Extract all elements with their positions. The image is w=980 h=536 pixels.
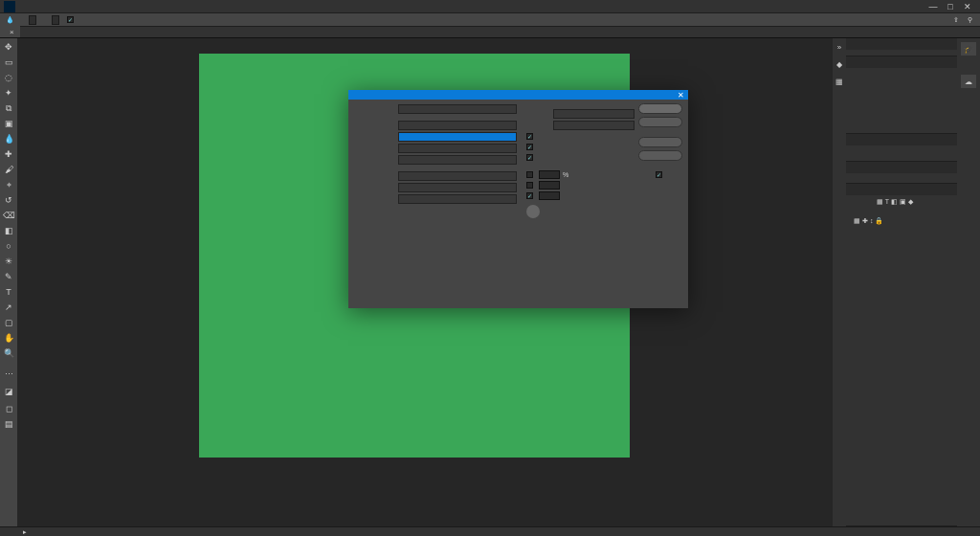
swatches-icon[interactable]: ▦ xyxy=(835,77,844,86)
document-tab-strip: × xyxy=(0,27,980,38)
settings-dropdown[interactable] xyxy=(398,104,517,114)
layers-panel: ▦ T ◧ ▣ ◆ ▦ ✚ ↕ 🔒 xyxy=(846,184,957,526)
blur-tool-icon[interactable]: ○ xyxy=(2,239,15,253)
marquee-tool-icon[interactable]: ▭ xyxy=(2,56,15,69)
right-icon-strip: » ◆ ▦ xyxy=(833,38,846,526)
gray-dropdown[interactable] xyxy=(398,144,517,153)
expand-icon[interactable]: » xyxy=(835,42,844,52)
ok-button[interactable] xyxy=(638,103,682,114)
rgb-dropdown[interactable] xyxy=(398,121,517,130)
dialog-buttons: ✓ xyxy=(638,103,682,179)
shape-tool-icon[interactable]: ▢ xyxy=(2,316,15,329)
sample-size-dropdown[interactable] xyxy=(29,15,36,25)
close-icon[interactable]: × xyxy=(10,28,14,36)
history-brush-icon[interactable]: ↺ xyxy=(2,193,15,207)
options-bar: 💧 ✓ ⇪ ⚲ xyxy=(0,13,980,27)
eyedropper-tool-icon[interactable]: 💧 xyxy=(2,132,15,145)
right-collapsed-panels: 🎓 ☁ xyxy=(957,38,980,526)
bpc-checkbox[interactable]: ✓ xyxy=(526,133,533,140)
load-button[interactable] xyxy=(638,137,682,147)
comp-checkbox[interactable]: ✓ xyxy=(526,154,533,161)
sample-dropdown[interactable] xyxy=(52,15,59,25)
brush-tool-icon[interactable]: 🖌 xyxy=(2,163,15,176)
close-icon[interactable]: ✕ xyxy=(678,91,684,100)
eraser-tool-icon[interactable]: ⌫ xyxy=(2,209,15,222)
lasso-tool-icon[interactable]: ◌ xyxy=(2,71,15,84)
wand-tool-icon[interactable]: ✦ xyxy=(2,86,15,100)
move-tool-icon[interactable]: ✥ xyxy=(2,40,15,54)
pen-tool-icon[interactable]: ✎ xyxy=(2,270,15,283)
show-ring-checkbox[interactable]: ✓ xyxy=(67,16,74,23)
menubar: — □ ✕ xyxy=(0,0,980,13)
search-icon[interactable]: ⚲ xyxy=(963,14,976,26)
heal-tool-icon[interactable]: ✚ xyxy=(2,147,15,161)
color-swatches-icon[interactable]: ◪ xyxy=(2,383,15,400)
dialog-titlebar[interactable]: ✕ xyxy=(348,90,688,100)
dodge-tool-icon[interactable]: ☀ xyxy=(2,255,15,268)
properties-panel xyxy=(846,56,957,134)
zoom-tool-icon[interactable]: 🔍 xyxy=(2,346,15,360)
blend-text-checkbox[interactable]: ✓ xyxy=(526,192,533,199)
color-icon[interactable]: ◆ xyxy=(835,59,844,69)
panels-column: ▦ T ◧ ▣ ◆ ▦ ✚ ↕ 🔒 xyxy=(846,38,957,526)
tools-panel: ✥ ▭ ◌ ✦ ⧉ ▣ 💧 ✚ 🖌 ⌖ ↺ ⌫ ◧ ○ ☀ ✎ T ↗ ▢ ✋ … xyxy=(0,38,17,526)
policy-gray-dropdown[interactable] xyxy=(398,194,517,204)
policy-rgb-dropdown[interactable] xyxy=(398,171,517,181)
preview-checkbox[interactable]: ✓ xyxy=(656,171,662,178)
dither-checkbox[interactable]: ✓ xyxy=(526,144,533,150)
type-tool-icon[interactable]: T xyxy=(2,285,15,299)
libraries-button[interactable]: ☁ xyxy=(961,75,976,88)
share-button[interactable]: ⇪ xyxy=(949,14,963,26)
window-controls: — □ ✕ xyxy=(924,1,976,12)
globe-icon xyxy=(526,205,540,218)
status-bar: ▸ xyxy=(0,526,980,536)
blend-rgb-input[interactable] xyxy=(539,181,560,190)
desat-checkbox[interactable] xyxy=(526,171,533,178)
frame-tool-icon[interactable]: ▣ xyxy=(2,117,15,130)
engine-dropdown[interactable] xyxy=(553,109,635,119)
app-logo xyxy=(4,1,15,12)
guides-panel xyxy=(846,162,957,184)
eyedropper-icon: 💧 xyxy=(4,14,15,26)
maximize-button[interactable]: □ xyxy=(942,1,959,12)
blend-text-input[interactable] xyxy=(539,191,560,200)
policy-cmyk-dropdown[interactable] xyxy=(398,183,517,192)
spot-dropdown[interactable] xyxy=(398,155,517,165)
save-button[interactable] xyxy=(638,150,682,161)
quickmask-icon[interactable]: ◻ xyxy=(2,402,15,415)
chevron-right-icon[interactable]: ▸ xyxy=(23,528,27,536)
gradients-panel-tabs xyxy=(846,38,957,50)
blend-rgb-checkbox[interactable] xyxy=(526,182,533,189)
rulers-panel xyxy=(846,134,957,162)
learn-button[interactable]: 🎓 xyxy=(961,42,976,56)
edit-toolbar-icon[interactable]: ⋯ xyxy=(2,368,15,381)
close-button[interactable]: ✕ xyxy=(959,1,976,12)
hand-tool-icon[interactable]: ✋ xyxy=(2,331,15,345)
cancel-button[interactable] xyxy=(638,117,682,127)
screenmode-icon[interactable]: ▤ xyxy=(2,417,15,431)
gradients-panel xyxy=(846,38,957,56)
intent-dropdown[interactable] xyxy=(553,121,635,130)
desat-input[interactable] xyxy=(539,170,560,179)
path-tool-icon[interactable]: ↗ xyxy=(2,301,15,314)
crop-tool-icon[interactable]: ⧉ xyxy=(2,101,15,115)
cmyk-dropdown[interactable] xyxy=(398,132,517,142)
gradients-folders xyxy=(846,50,957,54)
document-tab[interactable]: × xyxy=(0,26,20,37)
minimize-button[interactable]: — xyxy=(924,1,942,12)
color-settings-dialog: ✕ xyxy=(348,90,688,308)
stamp-tool-icon[interactable]: ⌖ xyxy=(2,178,15,191)
gradient-tool-icon[interactable]: ◧ xyxy=(2,224,15,237)
